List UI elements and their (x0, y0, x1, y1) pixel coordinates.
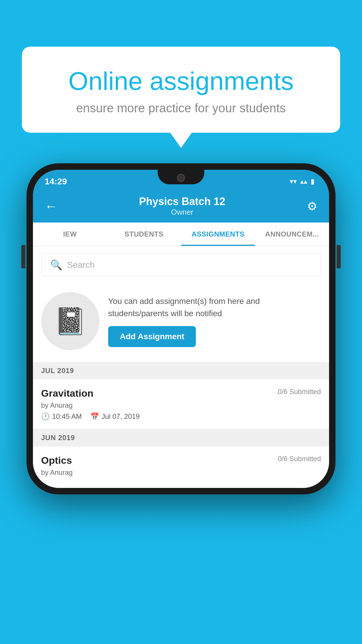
speech-bubble: Online assignments ensure more practice … (22, 47, 340, 133)
content-area: 🔍 Search 📓 You can add assignment(s) fro… (33, 253, 329, 488)
search-bar[interactable]: 🔍 Search (41, 253, 321, 276)
section-header-jul: JUL 2019 (33, 362, 329, 379)
calendar-icon: 📅 (90, 412, 99, 421)
assignment-submitted-optics: 0/6 Submitted (278, 455, 321, 463)
promo-icon-wrap: 📓 (41, 292, 99, 350)
tab-bar: IEW STUDENTS ASSIGNMENTS ANNOUNCEM... (33, 223, 329, 246)
search-icon: 🔍 (50, 259, 62, 271)
assignment-name-optics: Optics (41, 455, 72, 466)
assignment-date-value: Jul 07, 2019 (101, 412, 140, 421)
status-time: 14:29 (45, 176, 67, 186)
camera (177, 174, 185, 182)
screen-title: Physics Batch 12 (139, 195, 225, 208)
add-assignment-button[interactable]: Add Assignment (108, 326, 196, 347)
assignment-author-optics: by Anurag (41, 468, 321, 477)
assignment-date: 📅 Jul 07, 2019 (90, 412, 140, 421)
tab-announcements[interactable]: ANNOUNCEM... (255, 223, 329, 246)
assignment-author: by Anurag (41, 401, 321, 410)
app-bar: ← Physics Batch 12 Owner ⚙ (33, 190, 329, 223)
app-bar-title: Physics Batch 12 Owner (139, 195, 225, 217)
tab-iew[interactable]: IEW (33, 223, 107, 246)
assignment-top: Gravitation 0/6 Submitted (41, 388, 321, 399)
tab-students[interactable]: STUDENTS (107, 223, 181, 246)
promo-text-area: You can add assignment(s) from here and … (108, 295, 321, 347)
settings-icon[interactable]: ⚙ (307, 200, 317, 213)
tab-assignments[interactable]: ASSIGNMENTS (181, 223, 255, 246)
assignment-item-optics[interactable]: Optics 0/6 Submitted by Anurag (33, 447, 329, 488)
assignment-submitted: 0/6 Submitted (278, 388, 321, 396)
bubble-subtitle: ensure more practice for your students (45, 101, 317, 115)
wifi-icon: ▾▾ (290, 177, 297, 186)
bubble-title: Online assignments (45, 67, 317, 95)
assignment-meta: 🕐 10:45 AM 📅 Jul 07, 2019 (41, 412, 321, 421)
assignment-name: Gravitation (41, 388, 93, 399)
assignment-top-optics: Optics 0/6 Submitted (41, 455, 321, 466)
assignment-time-value: 10:45 AM (52, 412, 82, 421)
status-icons: ▾▾ ▴▴ ▮ (290, 177, 314, 186)
signal-icon: ▴▴ (300, 177, 307, 186)
clock-icon: 🕐 (41, 412, 50, 421)
assignment-time: 🕐 10:45 AM (41, 412, 82, 421)
promo-section: 📓 You can add assignment(s) from here an… (33, 283, 329, 362)
notebook-icon: 📓 (54, 306, 87, 337)
search-placeholder: Search (67, 260, 95, 270)
section-header-jun: JUN 2019 (33, 429, 329, 447)
phone-outer: 14:29 ▾▾ ▴▴ ▮ ← Physics Batch 12 Owner ⚙ (27, 163, 335, 494)
phone-inner: 14:29 ▾▾ ▴▴ ▮ ← Physics Batch 12 Owner ⚙ (33, 170, 329, 488)
back-button[interactable]: ← (45, 199, 57, 214)
promo-card: Online assignments ensure more practice … (22, 47, 340, 133)
promo-description: You can add assignment(s) from here and … (108, 295, 321, 320)
screen-subtitle: Owner (139, 208, 225, 217)
phone-notch (158, 170, 204, 184)
screen: 14:29 ▾▾ ▴▴ ▮ ← Physics Batch 12 Owner ⚙ (33, 170, 329, 488)
phone-mockup: 14:29 ▾▾ ▴▴ ▮ ← Physics Batch 12 Owner ⚙ (27, 163, 335, 494)
assignment-item-gravitation[interactable]: Gravitation 0/6 Submitted by Anurag 🕐 10… (33, 379, 329, 429)
battery-icon: ▮ (311, 177, 314, 186)
